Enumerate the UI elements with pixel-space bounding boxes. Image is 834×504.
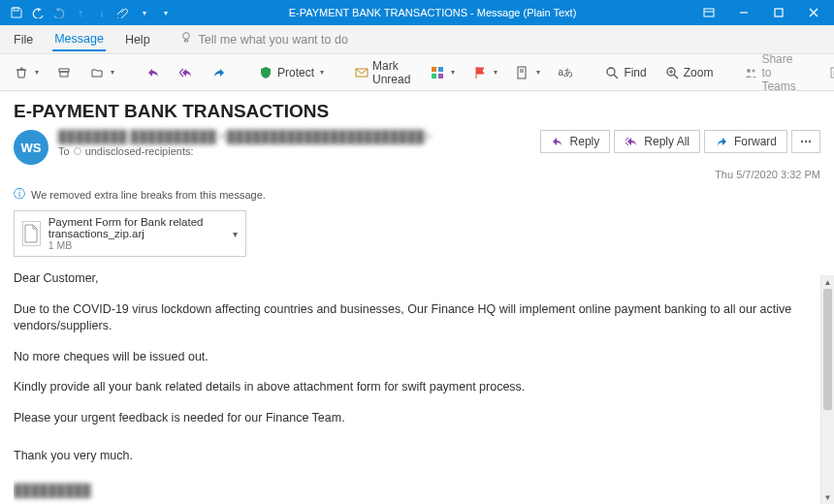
- zoom-label: Zoom: [684, 66, 714, 79]
- categorize-button[interactable]: ▾: [424, 62, 461, 83]
- file-icon: [22, 221, 41, 246]
- send-onenote-button[interactable]: NSend to OneNote: [823, 56, 834, 89]
- archive-icon: [56, 65, 72, 80]
- svg-line-23: [674, 75, 678, 79]
- svg-rect-14: [438, 74, 443, 79]
- qat-customize-icon[interactable]: ▾: [159, 6, 173, 19]
- sender-address-redacted: <███████████████████████>: [219, 130, 431, 143]
- teams-icon: [744, 65, 757, 80]
- sender-avatar[interactable]: WS: [14, 130, 48, 165]
- maximize-button[interactable]: [762, 0, 795, 25]
- email-header: WS ████████ ██████████ <████████████████…: [14, 130, 820, 165]
- share-teams-button[interactable]: Share to Teams: [738, 49, 803, 96]
- forward-ribbon-button[interactable]: [206, 62, 233, 83]
- translate-button[interactable]: aあ: [552, 62, 579, 83]
- mark-unread-button[interactable]: Mark Unread: [349, 56, 418, 89]
- body-p6: Thank you very much.: [14, 448, 805, 465]
- signature-name-redacted: █████████: [14, 483, 805, 500]
- from-line: ████████ ██████████ <███████████████████…: [58, 130, 530, 143]
- to-recipients: undisclosed-recipients:: [85, 145, 194, 157]
- more-actions-button[interactable]: ⋯: [791, 130, 820, 153]
- tell-me-placeholder: Tell me what you want to do: [199, 33, 348, 47]
- attachment-chip[interactable]: Payment Form for Bank related transactio…: [14, 210, 246, 257]
- reply-label: Reply: [570, 135, 600, 148]
- categories-icon: [430, 65, 445, 80]
- down-arrow-icon[interactable]: ↓: [95, 6, 109, 19]
- info-bar-text: We removed extra line breaks from this m…: [31, 189, 266, 201]
- redo-icon[interactable]: [52, 6, 66, 19]
- reply-all-label: Reply All: [644, 135, 690, 148]
- policy-icon: [515, 65, 530, 80]
- svg-rect-13: [432, 74, 436, 79]
- ribbon-display-icon[interactable]: [692, 0, 725, 25]
- qat-dropdown-icon[interactable]: ▾: [138, 6, 151, 19]
- folder-move-icon: [89, 65, 105, 80]
- ribbon: ▾ ▾ Protect▾ Mark Unread ▾ ▾ ▾ aあ Find Z…: [0, 54, 834, 91]
- menubar: File Message Help Tell me what you want …: [0, 25, 834, 54]
- undo-icon[interactable]: [31, 6, 45, 19]
- reply-all-ribbon-button[interactable]: [173, 62, 200, 83]
- attachment-name: Payment Form for Bank related transactio…: [48, 216, 225, 239]
- message-pane: E-PAYMENT BANK TRANSACTIONS WS ████████ …: [0, 91, 834, 504]
- svg-point-24: [747, 69, 751, 73]
- reply-ribbon-button[interactable]: [140, 62, 167, 83]
- tell-me-search[interactable]: Tell me what you want to do: [179, 31, 348, 47]
- attachment-size: 1 MB: [48, 239, 225, 251]
- mark-unread-label: Mark Unread: [372, 59, 412, 86]
- delete-button[interactable]: ▾: [8, 62, 45, 83]
- translate-icon: aあ: [558, 65, 573, 80]
- archive-button[interactable]: [50, 62, 78, 83]
- scroll-thumb[interactable]: [823, 289, 832, 410]
- attach-icon[interactable]: [116, 6, 130, 19]
- menu-help[interactable]: Help: [123, 29, 152, 50]
- shield-icon: [258, 65, 273, 80]
- sender-name-redacted: ████████ ██████████: [58, 130, 216, 143]
- minimize-button[interactable]: [727, 0, 760, 25]
- zoom-icon: [664, 65, 680, 80]
- email-subject: E-PAYMENT BANK TRANSACTIONS: [14, 101, 820, 122]
- to-label: To: [58, 145, 70, 157]
- vertical-scrollbar[interactable]: ▲ ▼: [820, 275, 834, 504]
- forward-button[interactable]: Forward: [704, 130, 787, 153]
- menu-file[interactable]: File: [12, 29, 35, 50]
- window-title: E-PAYMENT BANK TRANSACTIONS - Message (P…: [173, 7, 692, 18]
- attachment-dropdown-icon[interactable]: ▾: [233, 229, 238, 239]
- received-timestamp: Thu 5/7/2020 3:32 PM: [14, 169, 820, 180]
- body-p5: Please your urgent feedback is needed fo…: [14, 410, 805, 427]
- reply-all-button[interactable]: Reply All: [614, 130, 700, 153]
- reply-button[interactable]: Reply: [540, 130, 611, 153]
- scroll-up-button[interactable]: ▲: [821, 275, 834, 289]
- email-body: Dear Customer, Due to the COVID-19 virus…: [14, 270, 820, 504]
- policy-button[interactable]: ▾: [509, 62, 546, 83]
- close-button[interactable]: [797, 0, 830, 25]
- info-bar: ⓘ We removed extra line breaks from this…: [14, 186, 820, 203]
- svg-rect-15: [518, 67, 526, 79]
- reply-all-icon: [625, 135, 638, 148]
- svg-point-7: [182, 33, 189, 40]
- protect-button[interactable]: Protect▾: [252, 62, 330, 83]
- find-button[interactable]: Find: [598, 62, 652, 83]
- menu-message[interactable]: Message: [52, 28, 106, 51]
- up-arrow-icon[interactable]: ↑: [74, 6, 87, 19]
- onenote-icon: N: [829, 65, 834, 80]
- svg-rect-4: [775, 9, 783, 16]
- flag-icon: [472, 65, 488, 80]
- protect-label: Protect: [277, 66, 314, 79]
- scroll-down-button[interactable]: ▼: [821, 490, 834, 504]
- ellipsis-icon: ⋯: [800, 135, 812, 148]
- titlebar: ↑ ↓ ▾ ▾ E-PAYMENT BANK TRANSACTIONS - Me…: [0, 0, 834, 25]
- reply-icon: [551, 135, 564, 148]
- svg-rect-11: [432, 67, 436, 72]
- svg-line-19: [614, 75, 618, 79]
- reply-all-arrow-icon: [178, 65, 194, 80]
- info-icon: ⓘ: [14, 186, 25, 203]
- scroll-track[interactable]: [821, 289, 834, 490]
- save-icon[interactable]: [10, 6, 23, 19]
- message-actions: Reply Reply All Forward ⋯: [540, 130, 820, 153]
- follow-up-button[interactable]: ▾: [466, 62, 503, 83]
- move-button[interactable]: ▾: [83, 62, 120, 83]
- find-label: Find: [624, 66, 646, 79]
- zoom-button[interactable]: Zoom: [658, 62, 720, 83]
- search-icon: [604, 65, 620, 80]
- body-p4: Kindly provide all your bank related det…: [14, 379, 805, 396]
